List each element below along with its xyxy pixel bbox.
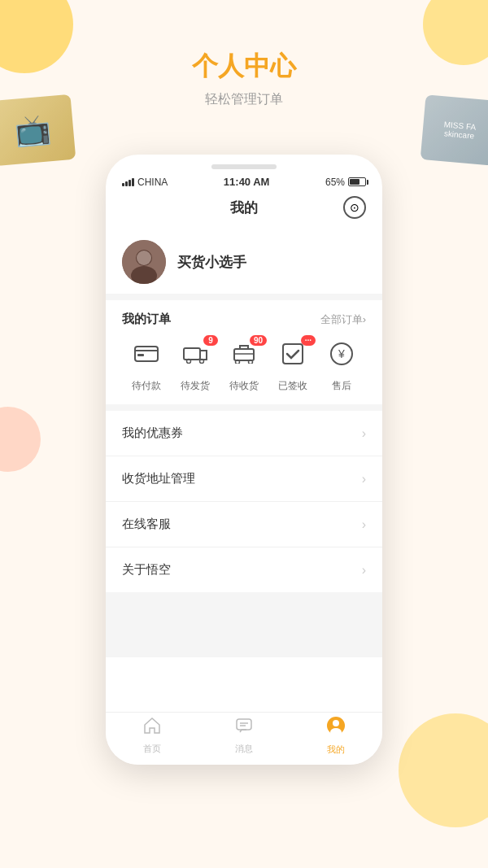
menu-label-about: 关于悟空 — [122, 562, 171, 578]
nav-bar: 我的 ⊙ — [106, 191, 382, 227]
menu-arrow-customer-service: › — [362, 517, 366, 532]
avatar — [122, 240, 166, 284]
user-section: 买货小选手 — [106, 227, 382, 300]
tab-bar: 首页 消息 我的 — [106, 712, 382, 765]
signal-bar-2 — [125, 181, 128, 186]
order-item-pending-payment[interactable]: 待付款 — [130, 340, 163, 393]
menu-section: 我的优惠券 › 收货地址管理 › 在线客服 › 关于悟空 › — [106, 411, 382, 592]
carrier-label: CHINA — [137, 177, 168, 188]
status-right: 65% — [325, 177, 366, 188]
signed-badge: ··· — [301, 335, 316, 346]
menu-label-address: 收货地址管理 — [122, 471, 195, 486]
signal-bars — [122, 178, 134, 186]
svg-point-12 — [249, 360, 253, 364]
nav-title: 我的 — [230, 198, 258, 217]
home-icon — [143, 717, 161, 739]
menu-item-customer-service[interactable]: 在线客服 › — [106, 502, 382, 547]
tab-mine[interactable]: 我的 — [290, 716, 382, 756]
menu-label-customer-service: 在线客服 — [122, 517, 171, 532]
after-sale-icon: ¥ — [329, 342, 354, 372]
menu-arrow-coupons: › — [362, 426, 366, 441]
order-item-after-sale[interactable]: ¥ 售后 — [325, 340, 358, 393]
page-header: 个人中心 轻松管理订单 — [0, 0, 488, 124]
menu-item-address[interactable]: 收货地址管理 › — [106, 456, 382, 502]
svg-point-11 — [236, 360, 240, 364]
bottom-grey-area — [106, 592, 382, 657]
pending-receive-badge: 90 — [250, 335, 267, 346]
svg-point-9 — [200, 359, 204, 363]
bg-circle-mid-left — [0, 407, 41, 472]
signed-icon — [281, 342, 304, 371]
mine-icon — [326, 716, 346, 740]
orders-all-link[interactable]: 全部订单 › — [320, 312, 366, 327]
pending-receive-icon — [232, 344, 256, 369]
battery-icon — [348, 177, 366, 186]
pending-ship-icon — [183, 344, 207, 369]
svg-point-3 — [137, 251, 151, 265]
phone-content: 买货小选手 我的订单 全部订单 › — [106, 227, 382, 756]
status-left: CHINA — [122, 177, 168, 188]
tab-mine-label: 我的 — [327, 744, 345, 756]
orders-grid: 待付款 9 — [122, 340, 366, 393]
menu-item-about[interactable]: 关于悟空 › — [106, 547, 382, 592]
battery-fill — [350, 179, 359, 185]
tab-home-label: 首页 — [143, 743, 161, 755]
svg-point-8 — [187, 359, 191, 363]
signed-label: 已签收 — [278, 379, 307, 393]
signal-bar-3 — [129, 180, 131, 186]
svg-rect-6 — [137, 354, 144, 356]
status-bar: CHINA 11:40 AM 65% — [106, 169, 382, 191]
order-icon-wrap-receive: 90 — [228, 340, 260, 373]
menu-item-coupons[interactable]: 我的优惠券 › — [106, 411, 382, 456]
orders-section: 我的订单 全部订单 › — [106, 300, 382, 411]
orders-all-label: 全部订单 — [320, 312, 363, 327]
tab-home[interactable]: 首页 — [106, 717, 198, 755]
order-item-pending-receive[interactable]: 90 待收货 — [228, 340, 260, 393]
menu-arrow-about: › — [362, 563, 366, 578]
page-title: 个人中心 — [0, 49, 488, 85]
svg-text:¥: ¥ — [338, 347, 345, 360]
order-icon-wrap-payment — [130, 340, 163, 373]
svg-rect-14 — [283, 344, 303, 364]
menu-arrow-address: › — [362, 472, 366, 486]
status-time: 11:40 AM — [224, 176, 270, 188]
order-icon-wrap-ship: 9 — [179, 340, 211, 373]
order-item-signed[interactable]: ··· 已签收 — [277, 340, 309, 393]
after-sale-label: 售后 — [332, 379, 351, 393]
order-icon-wrap-aftersale: ¥ — [325, 340, 358, 373]
settings-icon-button[interactable]: ⊙ — [343, 196, 366, 219]
svg-rect-7 — [184, 348, 200, 360]
order-icon-wrap-signed: ··· — [277, 340, 309, 373]
pending-receive-label: 待收货 — [229, 379, 259, 393]
tab-messages-label: 消息 — [235, 743, 253, 755]
pending-payment-icon — [134, 344, 159, 369]
order-item-pending-ship[interactable]: 9 待发货 — [179, 340, 211, 393]
phone-frame: CHINA 11:40 AM 65% 我的 ⊙ 买货 — [106, 155, 382, 765]
pending-payment-label: 待付款 — [132, 379, 161, 393]
user-name: 买货小选手 — [177, 253, 246, 272]
svg-rect-17 — [237, 719, 251, 730]
orders-section-title: 我的订单 — [122, 312, 171, 327]
orders-all-arrow: › — [363, 313, 366, 325]
messages-icon — [235, 717, 253, 739]
svg-rect-10 — [234, 349, 254, 360]
orders-header: 我的订单 全部订单 › — [122, 312, 366, 327]
menu-label-coupons: 我的优惠券 — [122, 425, 183, 441]
battery-percent: 65% — [325, 177, 345, 188]
page-subtitle: 轻松管理订单 — [0, 91, 488, 108]
signal-bar-4 — [132, 178, 134, 186]
bg-circle-bottom-right — [399, 713, 488, 827]
pending-ship-badge: 9 — [203, 335, 218, 346]
signal-bar-1 — [122, 183, 124, 186]
svg-point-21 — [333, 720, 339, 726]
tab-messages[interactable]: 消息 — [198, 717, 290, 755]
pending-ship-label: 待发货 — [181, 379, 210, 393]
